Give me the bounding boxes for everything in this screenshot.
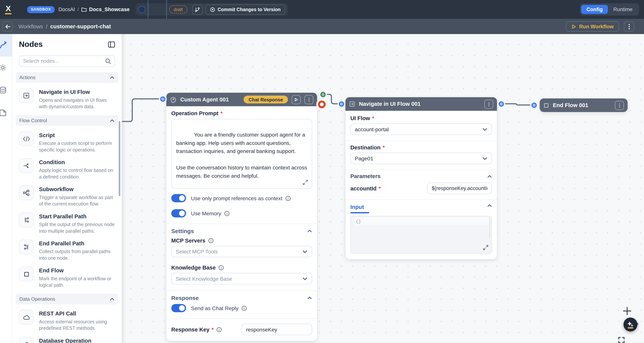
chevron-up-icon[interactable] [110,298,114,301]
navigate-ui-flow-node[interactable]: Navigate in UI Flow 001 UI Flow* account… [346,97,497,259]
run-workflow-button[interactable]: Run Workflow [566,21,619,31]
workflows-rail-icon[interactable] [0,41,7,51]
edge-agent-to-navigate[interactable] [325,94,339,104]
edge-into-agent[interactable] [122,99,160,121]
node-play-button[interactable] [292,95,301,104]
expand-icon[interactable] [483,245,488,250]
node-search [19,55,115,67]
main-area: Nodes ActionsNavigate in UI FlowOpens an… [0,34,644,343]
project-name[interactable]: Docs_Showcase [89,6,130,12]
info-icon[interactable] [208,238,214,243]
chevron-up-icon[interactable] [307,296,312,299]
section-header-data-operations[interactable]: Data Operations [16,294,118,304]
zoom-in-button[interactable] [623,307,632,316]
end-flow-node[interactable]: End Flow 001 [540,98,628,112]
node-item-subworkflow[interactable]: SubworkflowTrigger a separate workflow a… [19,185,115,207]
node-item-condition[interactable]: ConditionApply logic to control flow bas… [19,158,115,180]
nodes-panel-title: Nodes [19,40,43,49]
node-title: Custom Agent 001 [180,96,229,103]
code-scrollbar[interactable] [489,218,490,238]
accountid-param-label: accountId [350,185,377,192]
section-header-actions[interactable]: Actions [16,72,118,83]
tab-config[interactable]: Config [581,5,608,14]
tab-runtime[interactable]: Runtime [608,5,638,14]
edge-navigate-to-end[interactable] [504,104,532,105]
branch-pill-draft[interactable]: draft [169,5,188,13]
settings-rail-icon[interactable] [0,64,7,73]
cloud-icon [19,310,34,325]
sandbox-badge: SANDBOX [27,6,55,13]
commit-changes-button[interactable]: Commit Changes to Version [205,4,285,14]
node-item-end-flow[interactable]: End FlowMark the endpoint of a workflow … [19,267,115,288]
use-memory-toggle[interactable] [171,209,186,217]
node-item-end-parallel-path[interactable]: End Parallel PathCollect outputs from pa… [19,240,115,261]
input-tab[interactable]: Input [350,204,369,210]
collapse-panel-icon[interactable] [108,41,115,47]
code-icon [19,131,34,146]
custom-agent-node-header[interactable]: Custom Agent 001 Chat Response [166,93,317,106]
navigate-output-handle[interactable] [498,101,504,107]
response-key-input[interactable] [242,324,312,335]
operation-prompt-textarea[interactable]: You are a friendly customer support agen… [171,119,312,189]
mcp-tools-select[interactable]: Select MCP Tools [171,246,312,257]
knowledge-base-select[interactable]: Select Knowledge Base [171,273,312,285]
back-button[interactable] [2,21,13,31]
git-branch-button[interactable] [192,4,203,14]
accountid-param-input[interactable] [427,183,492,194]
agent-success-output-handle[interactable] [320,92,326,97]
node-item-description: Split the output of the previous node in… [39,221,115,234]
end-flow-node-header[interactable]: End Flow 001 [540,98,628,112]
end-flow-input-handle[interactable] [532,103,537,108]
agent-error-output-handle[interactable] [318,100,326,108]
workflow-name: customer-support-chat [50,23,111,30]
breadcrumb-workflows[interactable]: Workflows [18,23,43,30]
agent-input-handle[interactable] [160,96,166,102]
node-item-database-operation[interactable]: Database OperationPersist and retrieve r… [19,337,115,343]
custom-agent-node[interactable]: Custom Agent 001 Chat Response Operation… [166,93,317,341]
info-icon[interactable] [216,327,222,332]
section-header-flow-control[interactable]: Flow Control [16,115,118,126]
info-icon[interactable] [218,265,224,270]
chevron-up-icon[interactable] [307,229,312,233]
mode-toggle: Config Runtime [580,3,639,15]
destination-select[interactable]: Page01 [350,153,492,164]
input-code-editor[interactable]: {} [350,216,492,254]
node-item-text: REST API CallAccess external resources u… [39,310,115,332]
node-kebab-button[interactable] [615,101,624,110]
node-item-text: Navigate in UI FlowOpens and navigates i… [39,88,115,110]
draft-status-icon[interactable] [138,6,146,13]
ai-assistant-button[interactable] [624,318,638,332]
search-input[interactable] [23,58,105,64]
document-rail-icon[interactable] [0,109,7,119]
knowledge-base-placeholder: Select Knowledge Base [176,276,232,282]
app-name[interactable]: DocsAI [58,6,75,12]
node-item-start-parallel-path[interactable]: Start Parallel PathSplit the output of t… [19,213,115,234]
ui-flow-select[interactable]: account-portal [350,123,492,135]
info-icon[interactable] [241,306,246,311]
navigate-input-handle[interactable] [339,101,344,107]
node-item-title: End Flow [39,267,115,274]
fullscreen-icon[interactable] [618,337,625,343]
info-icon[interactable] [285,196,290,201]
expand-icon[interactable] [303,180,308,185]
chevron-up-icon[interactable] [110,76,114,79]
node-item-script[interactable]: ScriptExecute a custom script to perform… [19,131,115,153]
database-rail-icon[interactable] [0,86,7,96]
workflow-canvas[interactable]: Custom Agent 001 Chat Response Operation… [122,34,644,343]
prompt-references-toggle[interactable] [171,194,186,202]
end-flow-icon [544,102,549,108]
chevron-up-icon[interactable] [487,175,492,178]
chevron-up-icon[interactable] [487,204,492,207]
node-item-navigate-in-ui-flow[interactable]: Navigate in UI FlowOpens and navigates i… [19,88,115,110]
toolbar-kebab-button[interactable] [624,21,634,31]
app-root: X SANDBOX DocsAI / Docs_Showcase main dr… [0,0,644,343]
app-logo[interactable]: X [5,4,12,14]
node-item-rest-api-call[interactable]: REST API CallAccess external resources u… [19,310,115,332]
node-kebab-button[interactable] [304,95,314,104]
navigate-node-header[interactable]: Navigate in UI Flow 001 [346,97,497,111]
info-icon[interactable] [224,211,229,216]
chevron-up-icon[interactable] [110,119,114,122]
send-chat-reply-toggle[interactable] [171,304,186,312]
node-kebab-button[interactable] [484,99,493,109]
panel-scrollbar[interactable] [119,121,120,196]
